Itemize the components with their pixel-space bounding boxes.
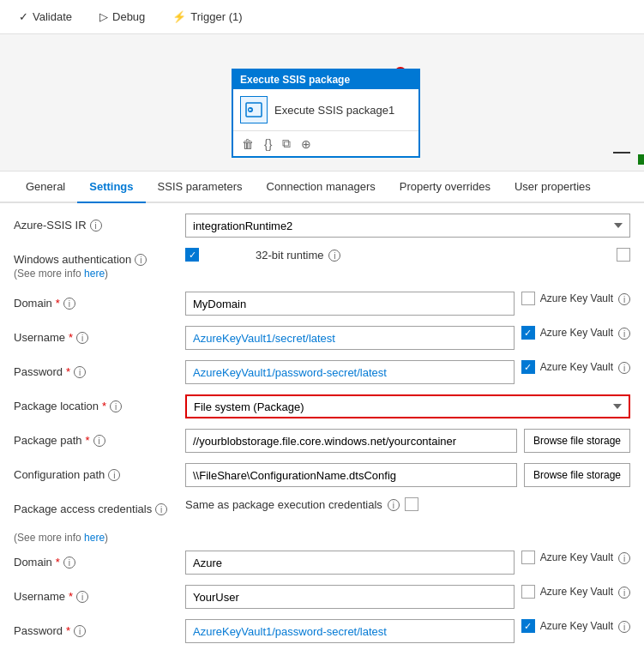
- debug-icon: ▷: [99, 10, 108, 23]
- domain-info-icon[interactable]: i: [63, 298, 75, 310]
- password2-label: Password * i: [14, 619, 185, 637]
- username2-input[interactable]: [185, 585, 515, 609]
- windows-auth-checkbox-wrap: 32-bit runtime i: [185, 248, 610, 262]
- username-akv-wrap: Azure Key Vault i: [521, 326, 630, 340]
- username-info-icon[interactable]: i: [76, 332, 88, 344]
- tab-connection-managers[interactable]: Connection managers: [255, 172, 388, 203]
- username-akv-checkbox[interactable]: [521, 326, 535, 340]
- password2-control: [185, 619, 515, 643]
- package-location-row: Package location * i File system (Packag…: [14, 394, 630, 420]
- validate-icon: ✓: [19, 10, 28, 23]
- tab-general[interactable]: General: [14, 172, 77, 203]
- configuration-path-info-icon[interactable]: i: [108, 469, 120, 481]
- password2-input[interactable]: [185, 619, 515, 643]
- domain2-akv-checkbox[interactable]: [521, 551, 535, 564]
- domain-akv-checkbox[interactable]: [521, 292, 535, 305]
- ssis-block-label: Execute SSIS package1: [274, 104, 394, 117]
- domain-input[interactable]: [185, 292, 515, 316]
- package-path-browse-button[interactable]: Browse file storage: [524, 429, 630, 453]
- username-akv-label: Azure Key Vault: [540, 327, 613, 339]
- domain-label: Domain * i: [14, 292, 185, 310]
- package-location-select[interactable]: File system (Package): [185, 394, 630, 418]
- username2-akv-wrap: Azure Key Vault i: [521, 585, 630, 599]
- tab-settings[interactable]: Settings: [77, 172, 145, 203]
- username2-row: Username * i Azure Key Vault i: [14, 585, 630, 611]
- password-label: Password * i: [14, 360, 185, 378]
- username-input[interactable]: [185, 326, 515, 350]
- here-link[interactable]: here: [84, 268, 105, 280]
- domain-row: Domain * i Azure Key Vault i: [14, 292, 630, 317]
- password-akv-checkbox[interactable]: [521, 360, 535, 374]
- domain-akv-info-icon[interactable]: i: [618, 293, 630, 305]
- runtime-label: 32-bit runtime i: [256, 249, 340, 262]
- pac-info-icon[interactable]: i: [155, 503, 167, 515]
- password2-info-icon[interactable]: i: [74, 625, 86, 637]
- username-akv-info-icon[interactable]: i: [618, 328, 630, 340]
- same-as-row: Same as package execution credentials i: [185, 497, 630, 511]
- configuration-path-row: Configuration path i Browse file storage: [14, 463, 630, 489]
- arrow-icon[interactable]: ⊕: [299, 135, 313, 153]
- runtime-checkbox[interactable]: [617, 248, 630, 262]
- windows-auth-checkbox[interactable]: [185, 248, 199, 262]
- username-control: [185, 326, 515, 350]
- domain-akv-wrap: Azure Key Vault i: [521, 292, 630, 305]
- same-as-info-icon[interactable]: i: [388, 499, 400, 511]
- package-path-row: Package path * i Browse file storage: [14, 429, 630, 454]
- password-row: Password * i Azure Key Vault i: [14, 360, 630, 386]
- password-akv-info-icon[interactable]: i: [618, 362, 630, 374]
- password-info-icon[interactable]: i: [74, 366, 86, 378]
- azure-ssis-ir-control: integrationRuntime2: [185, 214, 630, 238]
- delete-icon[interactable]: 🗑: [240, 135, 256, 153]
- copy-icon[interactable]: ⧉: [280, 135, 292, 153]
- package-path-info-icon[interactable]: i: [93, 435, 105, 447]
- azure-ssis-ir-row: Azure-SSIS IR i integrationRuntime2: [14, 214, 630, 239]
- azure-ssis-ir-label: Azure-SSIS IR i: [14, 214, 185, 232]
- runtime-info-icon[interactable]: i: [328, 250, 340, 262]
- see-more-note-2: (See more info here): [14, 532, 630, 544]
- domain2-akv-wrap: Azure Key Vault i: [521, 551, 630, 564]
- windows-auth-info-icon[interactable]: i: [135, 254, 147, 266]
- domain2-info-icon[interactable]: i: [63, 557, 75, 569]
- package-path-input[interactable]: [185, 429, 517, 453]
- configuration-path-input[interactable]: [185, 463, 517, 487]
- password2-akv-checkbox[interactable]: [521, 619, 535, 633]
- package-path-label: Package path * i: [14, 429, 185, 447]
- tab-user-properties[interactable]: User properties: [503, 172, 603, 203]
- tab-property-overrides[interactable]: Property overrides: [388, 172, 503, 203]
- password2-akv-info-icon[interactable]: i: [618, 621, 630, 633]
- windows-auth-label: Windows authentication i (See more info …: [14, 248, 185, 283]
- see-more-note: (See more info here): [14, 268, 108, 280]
- username2-control: [185, 585, 515, 609]
- password-control: [185, 360, 515, 384]
- tab-ssis-parameters[interactable]: SSIS parameters: [146, 172, 255, 203]
- ssis-block[interactable]: Execute SSIS package Execute SSIS packag…: [232, 69, 420, 158]
- braces-icon[interactable]: {}: [262, 135, 274, 153]
- settings-panel: Azure-SSIS IR i integrationRuntime2 Wind…: [0, 203, 644, 656]
- password2-row: Password * i Azure Key Vault i: [14, 619, 630, 645]
- username2-akv-checkbox[interactable]: [521, 585, 535, 599]
- azure-ssis-ir-info-icon[interactable]: i: [90, 220, 102, 232]
- debug-button[interactable]: ▷ Debug: [94, 7, 150, 27]
- package-location-control: File system (Package): [185, 394, 630, 418]
- ssis-package-icon: [240, 96, 268, 123]
- trigger-button[interactable]: ⚡ Trigger (1): [167, 7, 247, 27]
- username2-info-icon[interactable]: i: [76, 591, 88, 603]
- here-link-2[interactable]: here: [84, 532, 105, 544]
- configuration-path-browse-button[interactable]: Browse file storage: [524, 463, 630, 487]
- domain2-control: [185, 551, 515, 575]
- domain2-akv-info-icon[interactable]: i: [618, 552, 630, 564]
- username2-akv-label: Azure Key Vault: [540, 586, 613, 598]
- same-as-checkbox[interactable]: [405, 497, 418, 511]
- username2-akv-info-icon[interactable]: i: [618, 587, 630, 599]
- green-square-indicator: [638, 154, 644, 165]
- password2-akv-label: Azure Key Vault: [540, 620, 613, 632]
- runtime-checkbox-wrap: [617, 248, 630, 262]
- package-location-info-icon[interactable]: i: [110, 400, 122, 412]
- toolbar: ✓ Validate ▷ Debug ⚡ Trigger (1): [0, 0, 644, 34]
- windows-auth-row: Windows authentication i (See more info …: [14, 248, 630, 283]
- validate-button[interactable]: ✓ Validate: [14, 7, 77, 27]
- ssis-block-footer[interactable]: 🗑 {} ⧉ ⊕: [233, 131, 418, 156]
- domain2-input[interactable]: [185, 551, 515, 575]
- azure-ssis-ir-select[interactable]: integrationRuntime2: [185, 214, 630, 238]
- password-input[interactable]: [185, 360, 515, 384]
